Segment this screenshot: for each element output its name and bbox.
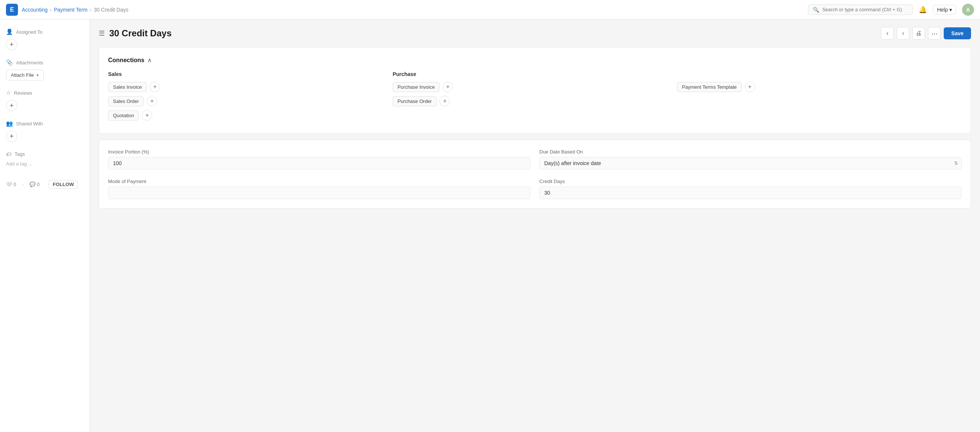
avatar[interactable]: A <box>962 4 974 16</box>
more-options-button[interactable]: ··· <box>928 27 941 40</box>
credit-days-input[interactable] <box>539 187 962 199</box>
attach-file-button[interactable]: Attach File + <box>6 70 44 80</box>
invoice-portion-label: Invoice Portion (%) <box>108 149 530 155</box>
add-purchase-order-button[interactable]: + <box>439 96 450 106</box>
due-date-label: Due Date Based On <box>539 149 962 155</box>
form-grid: Invoice Portion (%) Due Date Based On Da… <box>108 149 962 199</box>
topbar: E Accounting › Payment Term › 30 Credit … <box>0 0 980 19</box>
tags-label: Tags <box>14 151 25 157</box>
notification-bell-icon[interactable]: 🔔 <box>919 6 927 14</box>
connections-card: Connections ∧ Sales Sales Invoice + Sale… <box>99 47 971 134</box>
sales-order-tag: Sales Order <box>108 96 144 106</box>
footer-actions: 🤍 0 · 💬 0 FOLLOW <box>6 175 83 193</box>
person-icon: 👤 <box>6 29 13 35</box>
page-header: ☰ 30 Credit Days ‹ › 🖨 ··· Save <box>99 27 971 40</box>
payment-terms-column: Payment Terms Template + <box>677 71 962 124</box>
topbar-right: 🔔 Help ▾ A <box>919 4 974 16</box>
print-button[interactable]: 🖨 <box>912 27 925 40</box>
breadcrumb-payment-term[interactable]: Payment Term <box>54 7 88 13</box>
heart-icon: 🤍 <box>6 182 12 187</box>
people-icon: 👥 <box>6 120 13 127</box>
sidebar: 👤 Assigned To + 📎 Attachments Attach Fil… <box>0 19 90 432</box>
search-bar[interactable]: 🔍 <box>808 5 913 15</box>
purchase-invoice-tag: Purchase Invoice <box>393 82 440 92</box>
due-date-select[interactable]: Day(s) after invoice date Day(s) after t… <box>539 157 962 170</box>
chevron-down-icon: ▾ <box>949 7 952 13</box>
payment-terms-template-tag: Payment Terms Template <box>677 82 741 92</box>
invoice-portion-group: Invoice Portion (%) <box>108 149 530 170</box>
next-button[interactable]: › <box>897 27 909 40</box>
assigned-to-label: Assigned To <box>16 29 43 35</box>
mode-of-payment-label: Mode of Payment <box>108 179 530 184</box>
sales-invoice-tag: Sales Invoice <box>108 82 146 92</box>
paperclip-icon: 📎 <box>6 59 13 66</box>
connections-grid: Sales Sales Invoice + Sales Order + Quot… <box>108 71 962 124</box>
credit-days-group: Credit Days <box>539 179 962 199</box>
purchase-order-item: Purchase Order + <box>393 96 668 106</box>
reviews-label: Reviews <box>14 90 32 96</box>
assigned-to-section: 👤 Assigned To + <box>6 29 83 50</box>
due-date-select-wrapper: Day(s) after invoice date Day(s) after t… <box>539 157 962 170</box>
connections-header: Connections ∧ <box>108 57 962 64</box>
mode-of-payment-input[interactable] <box>108 187 530 199</box>
mode-of-payment-group: Mode of Payment <box>108 179 530 199</box>
save-button[interactable]: Save <box>944 27 971 39</box>
search-input[interactable] <box>822 7 908 12</box>
header-actions: ‹ › 🖨 ··· Save <box>881 27 971 40</box>
credit-days-label: Credit Days <box>539 179 962 184</box>
shared-with-section: 👥 Shared With + <box>6 120 83 142</box>
plus-icon: + <box>36 72 39 78</box>
add-purchase-invoice-button[interactable]: + <box>442 81 453 92</box>
invoice-portion-input[interactable] <box>108 157 530 170</box>
sales-invoice-item: Sales Invoice + <box>108 81 384 92</box>
page-wrapper: 👤 Assigned To + 📎 Attachments Attach Fil… <box>0 0 980 432</box>
app-logo[interactable]: E <box>6 4 18 16</box>
prev-button[interactable]: ‹ <box>881 27 894 40</box>
add-assigned-to-button[interactable]: + <box>6 39 17 50</box>
add-shared-with-button[interactable]: + <box>6 131 17 142</box>
due-date-group: Due Date Based On Day(s) after invoice d… <box>539 149 962 170</box>
sales-order-item: Sales Order + <box>108 96 384 106</box>
sales-title: Sales <box>108 71 384 77</box>
breadcrumb-accounting[interactable]: Accounting <box>22 7 48 13</box>
hamburger-icon[interactable]: ☰ <box>99 29 105 37</box>
attachments-section: 📎 Attachments Attach File + <box>6 59 83 80</box>
add-review-button[interactable]: + <box>6 100 17 111</box>
add-payment-terms-button[interactable]: + <box>745 81 755 92</box>
reviews-section: ☆ Reviews + <box>6 89 83 111</box>
breadcrumb: Accounting › Payment Term › 30 Credit Da… <box>22 7 128 13</box>
star-icon: ☆ <box>6 89 11 96</box>
add-tag-input[interactable]: Add a tag ... <box>6 161 83 167</box>
purchase-title: Purchase <box>393 71 668 77</box>
connections-title: Connections <box>108 57 145 64</box>
collapse-icon[interactable]: ∧ <box>147 57 152 64</box>
main-content: ☰ 30 Credit Days ‹ › 🖨 ··· Save Connecti… <box>90 19 980 432</box>
add-sales-order-button[interactable]: + <box>146 96 157 106</box>
attachments-label: Attachments <box>16 60 43 65</box>
help-button[interactable]: Help ▾ <box>933 5 956 14</box>
purchase-invoice-item: Purchase Invoice + <box>393 81 668 92</box>
form-card: Invoice Portion (%) Due Date Based On Da… <box>99 140 971 209</box>
quotation-item: Quotation + <box>108 110 384 121</box>
breadcrumb-current: 30 Credit Days <box>94 7 129 13</box>
follow-button[interactable]: FOLLOW <box>49 180 78 189</box>
shared-with-label: Shared With <box>16 121 43 126</box>
payment-terms-item: Payment Terms Template + <box>677 81 953 92</box>
add-sales-invoice-button[interactable]: + <box>150 81 160 92</box>
add-quotation-button[interactable]: + <box>142 110 152 121</box>
like-button[interactable]: 🤍 0 <box>6 182 16 187</box>
purchase-column: Purchase Purchase Invoice + Purchase Ord… <box>393 71 678 124</box>
comment-button[interactable]: 💬 0 <box>30 182 40 187</box>
purchase-order-tag: Purchase Order <box>393 96 437 106</box>
sales-column: Sales Sales Invoice + Sales Order + Quot… <box>108 71 393 124</box>
comment-icon: 💬 <box>30 182 35 187</box>
page-title: 30 Credit Days <box>109 28 881 38</box>
tags-section: 🏷 Tags Add a tag ... <box>6 151 83 167</box>
search-icon: 🔍 <box>813 7 819 13</box>
tag-icon: 🏷 <box>6 151 11 157</box>
quotation-tag: Quotation <box>108 110 139 121</box>
